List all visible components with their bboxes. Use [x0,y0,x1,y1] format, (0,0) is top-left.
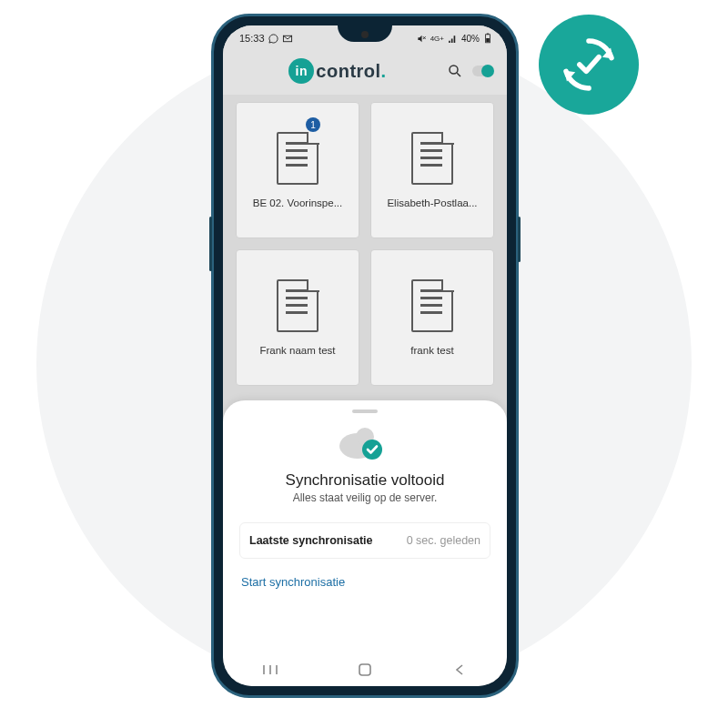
power-button [518,217,521,262]
card-label: BE 02. Voorinspe... [253,197,342,208]
home-button[interactable] [347,662,383,677]
svg-line-7 [457,73,460,76]
battery-icon [483,33,492,44]
svg-point-6 [450,66,458,74]
project-card[interactable]: frank test [370,249,494,386]
phone-notch [338,25,392,42]
whatsapp-icon [268,34,278,44]
svg-rect-14 [359,664,370,675]
sync-check-icon [555,31,622,98]
back-button[interactable] [441,663,478,676]
logo-dot: . [381,61,387,82]
card-label: Frank naam test [259,345,335,356]
signal-icon [448,34,458,44]
back-icon [453,663,466,676]
start-sync-button[interactable]: Start synchronisatie [239,571,490,592]
project-card[interactable]: Frank naam test [236,249,359,386]
mail-icon [282,34,293,44]
svg-rect-4 [487,34,489,35]
sheet-subtitle: Alles staat veilig op de server. [239,491,490,504]
project-card[interactable]: Elisabeth-Postlaa... [370,102,494,238]
last-sync-value: 0 sec. geleden [407,534,480,547]
search-button[interactable] [443,59,467,83]
sync-sheet: Synchronisatie voltooid Alles staat veil… [223,400,507,686]
phone-frame: 15:33 4G+ 40% [211,14,519,698]
sync-badge [539,15,639,115]
home-icon [358,662,372,677]
status-time: 15:33 [239,33,265,44]
sync-toggle[interactable] [470,59,494,83]
svg-rect-5 [486,38,490,42]
cloud-check-icon [239,426,490,462]
logo-text: control [316,61,380,82]
sheet-handle[interactable] [352,410,378,413]
card-label: Elisabeth-Postlaa... [387,197,477,208]
sheet-title: Synchronisatie voltooid [239,471,490,490]
document-icon [411,132,453,185]
toggle-icon [472,66,492,76]
phone-screen: 15:33 4G+ 40% [223,25,507,686]
battery-percent: 40% [461,34,480,44]
network-type: 4G+ [430,35,444,43]
project-card[interactable]: 1 BE 02. Voorinspe... [236,102,359,238]
recents-button[interactable] [252,663,288,676]
android-nav-bar [223,653,507,686]
count-badge: 1 [306,117,320,132]
document-icon [277,279,318,332]
recents-icon [262,663,278,676]
logo-badge: in [288,58,314,84]
document-icon [411,279,453,332]
app-bar: in control . [223,51,507,95]
last-sync-row: Laatste synchronisatie 0 sec. geleden [239,522,490,559]
search-icon [447,63,463,79]
mute-icon [417,34,427,44]
volume-button [209,217,212,271]
card-label: frank test [410,345,453,356]
app-logo: in control . [236,58,440,84]
last-sync-label: Laatste synchronisatie [249,534,372,547]
document-icon [277,132,318,185]
project-grid: 1 BE 02. Voorinspe... Elisabeth-Postlaa.… [223,95,507,386]
